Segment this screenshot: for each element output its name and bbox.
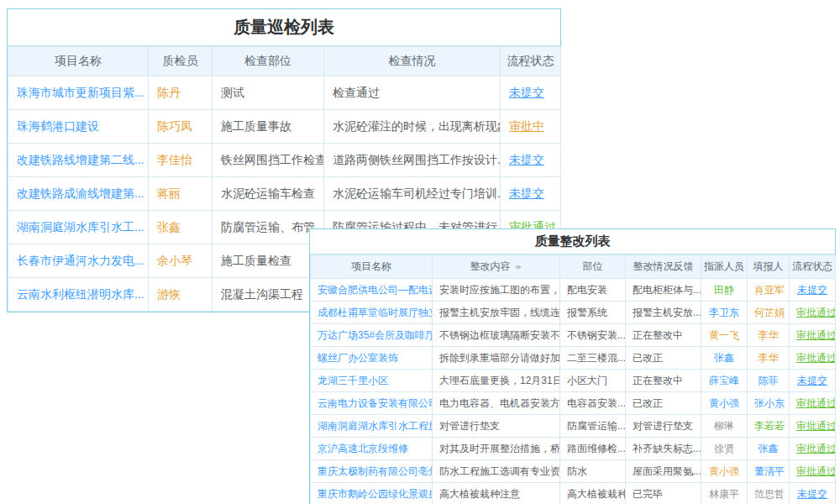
project-name-link[interactable]: 改建铁路成渝线增建第... [17,186,144,200]
process-status-link[interactable]: 未提交 [797,284,827,296]
rectify-feedback: 对管进行垫支 [633,420,693,432]
process-status-link[interactable]: 未提交 [797,488,827,500]
reporter-name-cell: 李若若 [748,415,790,438]
column-header-content[interactable]: 整改内容 [433,255,560,279]
table-row: 改建铁路成渝线增建第...蒋丽水泥砼运输车检查水泥砼运输车司机经过专门培训...… [8,177,561,211]
project-name-link[interactable]: 重庆市鹅岭公园绿化景观提升... [318,488,433,500]
rectify-feedback: 配电柜柜体与... [633,284,701,296]
inspector-name: 陈丹 [157,86,181,99]
reporter-name-cell: 范思哲 [748,483,790,504]
table-row: 云南电力设备安装有限公司20...电力电容器、电机器安装方案,...电容器安装.… [311,392,836,415]
rectify-feedback: 正在整改中 [633,329,683,341]
project-name-link[interactable]: 安徽合肥供电公司—配电设备... [318,284,433,296]
column-header-label: 指派人员 [704,260,744,272]
process-status-link[interactable]: 审批通过 [796,397,836,409]
check-situation: 道路两侧铁丝网围挡工作按设计... [333,153,501,166]
project-name-link[interactable]: 珠海鹤港口建设 [17,119,99,133]
assignee-name-cell: 田静 [701,279,748,302]
rectify-content: 大理石底量更换，12月31日之... [439,375,560,386]
rectification-header-row: 项目名称整改内容部位整改情况反馈指派人员填报人流程状态 [311,255,836,279]
project-name-link-cell: 安徽合肥供电公司—配电设备... [311,279,433,302]
rectify-feedback-cell: 补齐缺失标志... [626,438,701,460]
rectify-feedback: 补齐缺失标志... [633,443,701,454]
check-situation-cell: 水泥砼运输车司机经过专门培训... [324,177,501,211]
table-row: 安徽合肥供电公司—配电设备...安装时应按施工图的布置，将...配电安装配电柜柜… [311,279,836,302]
project-name-link[interactable]: 改建铁路线增建第二线... [17,153,144,166]
check-situation-cell: 水泥砼灌注的时候，出现离析现象 [324,110,501,144]
process-status-link[interactable]: 未提交 [509,86,544,99]
process-status-link-cell: 未提交 [790,483,836,504]
process-status-link[interactable]: 未提交 [509,153,544,166]
check-part: 测试 [221,86,244,99]
check-situation: 检查通过 [333,86,380,99]
process-status-link-cell: 审批通过 [790,460,836,483]
project-name-link[interactable]: 长春市伊通河水力发电... [17,254,144,267]
inspector-name: 张鑫 [157,220,181,234]
process-status-link[interactable]: 审批通过 [796,465,836,477]
rectify-part-cell: 电容器安装... [560,392,626,415]
project-name-link[interactable]: 云南电力设备安装有限公司20... [318,397,433,409]
sort-icon[interactable] [514,261,522,273]
check-part-cell: 施工质量检查 [213,244,324,278]
assignee-name-cell: 徐贤 [701,438,748,460]
rectify-content: 对其及时开展整治措施，桥头... [439,443,560,454]
check-part-cell: 测试 [213,76,324,110]
project-name-link[interactable]: 京沪高速北京段维修 [318,443,408,454]
process-status-link[interactable]: 未提交 [797,375,827,386]
process-status-link-cell: 审批通过 [790,392,836,415]
process-status-link[interactable]: 审批通过 [796,329,836,341]
project-name-link[interactable]: 云南水利枢纽潜明水库... [17,287,144,301]
column-header-label: 检查情况 [389,54,436,67]
column-header-label: 整改内容 [470,260,511,272]
process-status-link[interactable]: 审批中 [509,119,544,133]
check-situation-cell: 检查通过 [324,76,501,110]
inspector-name: 蒋丽 [157,186,181,200]
table-row: 珠海市城市更新项目紫...陈丹测试检查通过未提交 [8,76,561,110]
sort-desc-icon[interactable] [515,266,522,273]
process-status-link-cell: 审批通过 [790,324,836,347]
project-name-link-cell: 万达广场35#会所及咖啡厅空... [311,324,433,347]
reporter-name-cell: 李华 [748,347,790,370]
process-status-link[interactable]: 审批通过 [796,420,836,432]
assignee-name-cell: 张鑫 [701,347,748,370]
rectify-part-cell: 不锈钢安装... [560,324,626,347]
quality-rectification-table: 项目名称整改内容部位整改情况反馈指派人员填报人流程状态 安徽合肥供电公司—配电设… [310,255,836,504]
rectify-content: 高大植被栽种注意 [439,488,520,500]
process-status-link[interactable]: 审批通过 [796,443,836,454]
process-status-link[interactable]: 审批通过 [796,307,836,318]
project-name-link[interactable]: 湖南洞庭湖水库引水工程施工标 [318,420,433,432]
rectification-table-title: 质量整改列表 [310,229,835,255]
table-row: 京沪高速北京段维修对其及时开展整治措施，桥头...路面维修检...补齐缺失标志.… [311,438,836,460]
project-name-link[interactable]: 龙湖三千里小区 [318,375,388,386]
project-name-link[interactable]: 湖南洞庭湖水库引水工... [17,220,144,234]
table-row: 螺丝厂办公室装饰拆除到承重墙部分请做好加固...二至三楼混...已改正张鑫李华审… [311,347,836,370]
column-header-status: 流程状态 [790,255,836,279]
project-name-link[interactable]: 珠海市城市更新项目紫... [17,86,144,99]
rectify-content: 对管进行垫支 [439,420,500,432]
reporter-name-cell: 李华 [748,324,790,347]
inspection-header-row: 项目名称质检员检查部位检查情况流程状态 [8,47,561,76]
rectify-feedback-cell: 已改正 [626,392,701,415]
process-status-link-cell: 未提交 [501,76,561,110]
reporter-name-cell: 陈菲 [748,370,790,392]
reporter-name-cell: 张鑫 [748,438,790,460]
reporter-name: 范思哲 [754,488,785,500]
column-header-assignee: 指派人员 [701,255,748,279]
rectify-content: 不锈钢边框玻璃隔断安装不牢... [439,329,560,341]
project-name-link[interactable]: 重庆太极制药有限公司亳州中... [318,465,433,477]
rectify-feedback-cell: 正在整改中 [626,370,701,392]
project-name-link[interactable]: 万达广场35#会所及咖啡厅空... [318,329,433,341]
assignee-name: 黄一飞 [709,329,739,341]
project-name-link[interactable]: 成都杜甫草堂临时展厅独立展... [318,307,433,318]
process-status-link[interactable]: 未提交 [509,186,544,200]
check-part: 施工质量事故 [221,119,291,133]
assignee-name-cell: 黄一飞 [701,324,748,347]
rectify-content-cell: 高大植被栽种注意 [433,483,560,504]
project-name-link[interactable]: 螺丝厂办公室装饰 [318,352,398,364]
column-header-label: 流程状态 [792,260,832,272]
project-name-link-cell: 改建铁路线增建第二线... [8,144,149,177]
rectify-part: 防腐管运输... [567,420,626,432]
process-status-link[interactable]: 审批通过 [796,352,836,364]
reporter-name: 董清平 [754,465,785,477]
reporter-name: 李华 [759,352,779,364]
